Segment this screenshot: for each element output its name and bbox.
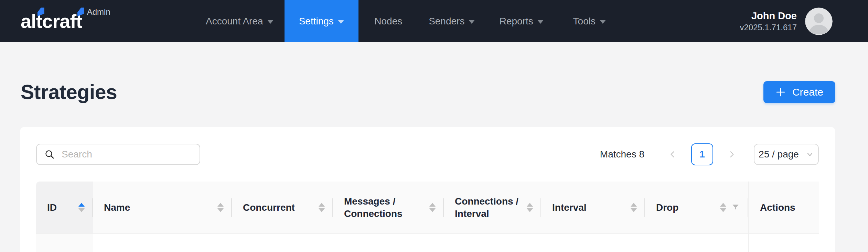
menu-item-senders[interactable]: Senders: [418, 0, 485, 42]
menu-item-account-area[interactable]: Account Area: [195, 0, 285, 42]
table-toolbar: Matches 8 1 25 / page: [36, 143, 819, 165]
column-label: Interval: [552, 201, 587, 214]
cell-connections-interval: 2: [444, 234, 541, 252]
main-menu: Account Area Settings Nodes Senders Repo…: [195, 0, 621, 42]
chevron-down-icon: [600, 20, 606, 24]
column-header-interval[interactable]: Interval: [541, 182, 645, 234]
column-label: Name: [104, 201, 130, 214]
cell-drop: No: [645, 234, 749, 252]
sort-icon[interactable]: [429, 203, 436, 212]
table-row: 1 TLS, 60 per 60 sec 2 15 2 60 No: [36, 234, 819, 252]
app-version: v2025.1.71.617: [740, 22, 797, 33]
app-window: altcraft Admin Account Area Settings Nod…: [0, 0, 868, 252]
cell-interval: 60: [541, 234, 645, 252]
sort-icon[interactable]: [631, 203, 637, 212]
sort-icon[interactable]: [527, 203, 533, 212]
menu-item-tools[interactable]: Tools: [558, 0, 621, 42]
menu-item-label: Tools: [573, 16, 596, 27]
column-header-connections-interval[interactable]: Connections / Interval: [444, 182, 541, 234]
user-info: John Doe v2025.1.71.617: [740, 10, 797, 33]
pagination: Matches 8 1 25 / page: [600, 143, 819, 165]
chevron-right-icon: [727, 150, 736, 159]
avatar[interactable]: [805, 8, 833, 35]
chevron-down-icon: [469, 20, 475, 24]
top-nav: altcraft Admin Account Area Settings Nod…: [0, 0, 868, 42]
page-number-button[interactable]: 1: [691, 143, 713, 165]
column-label: ID: [47, 201, 57, 214]
create-button-label: Create: [792, 86, 823, 98]
table-header-row: ID Name Concurrent: [36, 182, 819, 234]
cell-concurrent: 2: [232, 234, 333, 252]
search-box: [36, 144, 200, 165]
user-area[interactable]: John Doe v2025.1.71.617: [740, 0, 833, 42]
page-head: Strategies Create: [20, 42, 835, 122]
chevron-down-icon: [267, 20, 274, 24]
menu-item-reports[interactable]: Reports: [485, 0, 558, 42]
logo-text: craf: [42, 10, 76, 32]
chevron-down-icon: [806, 150, 814, 158]
menu-item-settings[interactable]: Settings: [285, 0, 358, 42]
page-title: Strategies: [20, 80, 117, 104]
cell-actions: [749, 234, 819, 252]
column-label: Drop: [656, 201, 678, 214]
chevron-left-icon: [668, 150, 677, 159]
page-size-select[interactable]: 25 / page: [754, 144, 819, 165]
strategy-id-link[interactable]: 1: [48, 251, 53, 252]
strategy-name-link[interactable]: TLS, 60 per 60 sec: [105, 251, 186, 252]
search-icon: [44, 149, 55, 160]
chevron-down-icon: [338, 20, 344, 24]
user-name: John Doe: [740, 10, 797, 22]
sort-icon[interactable]: [78, 203, 85, 212]
cell-id: 1: [36, 234, 93, 252]
logo-admin-label: Admin: [87, 7, 110, 17]
strategies-card: Matches 8 1 25 / page: [20, 127, 835, 252]
column-label: Concurrent: [243, 201, 295, 214]
strategies-table: ID Name Concurrent: [36, 182, 819, 252]
filter-funnel-icon[interactable]: [731, 203, 740, 212]
column-header-messages-connections[interactable]: Messages / Connections: [333, 182, 444, 234]
column-header-actions: Actions: [749, 182, 819, 234]
sort-icon[interactable]: [720, 203, 726, 212]
menu-item-label: Settings: [299, 16, 334, 27]
menu-item-label: Senders: [429, 16, 464, 27]
sort-icon[interactable]: [217, 203, 224, 212]
altcraft-logo: altcraft: [21, 12, 82, 31]
prev-page-button[interactable]: [664, 143, 682, 165]
edit-button[interactable]: [781, 247, 801, 252]
avatar-placeholder-icon: [805, 8, 833, 35]
menu-item-label: Nodes: [374, 16, 402, 27]
cell-name: TLS, 60 per 60 sec: [93, 234, 232, 252]
matches-count: Matches 8: [600, 149, 644, 160]
menu-item-label: Account Area: [206, 16, 263, 27]
column-label: Connections / Interval: [455, 195, 524, 220]
logo-text: t: [36, 12, 42, 31]
column-label: Messages / Connections: [344, 195, 427, 220]
page-size-value: 25 / page: [759, 149, 799, 160]
column-header-name[interactable]: Name: [93, 182, 232, 234]
column-label: Actions: [760, 201, 795, 214]
plus-icon: [775, 87, 786, 97]
column-header-concurrent[interactable]: Concurrent: [232, 182, 333, 234]
sort-icon[interactable]: [319, 203, 325, 212]
search-input[interactable]: [36, 144, 200, 165]
menu-item-nodes[interactable]: Nodes: [358, 0, 418, 42]
chevron-down-icon: [537, 20, 544, 24]
cell-messages-connections: 15: [333, 234, 444, 252]
column-header-drop[interactable]: Drop: [645, 182, 749, 234]
column-header-id[interactable]: ID: [36, 182, 93, 234]
pencil-icon: [785, 251, 797, 252]
next-page-button[interactable]: [723, 143, 740, 165]
brand-logo[interactable]: altcraft Admin: [21, 0, 110, 42]
create-button[interactable]: Create: [763, 81, 835, 103]
menu-item-label: Reports: [500, 16, 533, 27]
logo-text: al: [21, 10, 36, 32]
logo-text: t: [76, 12, 82, 31]
